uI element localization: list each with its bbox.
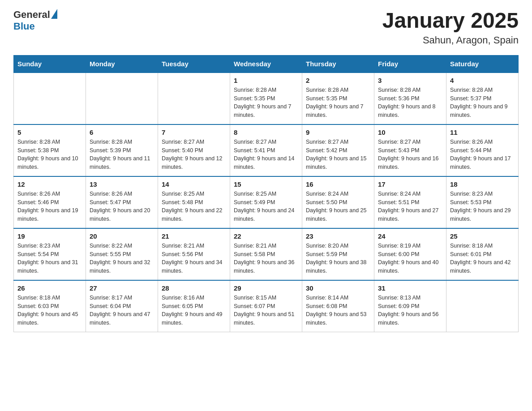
day-number: 17 (378, 180, 442, 188)
calendar-day-cell (158, 73, 230, 124)
day-info: Sunrise: 8:21 AM Sunset: 5:56 PM Dayligh… (162, 242, 226, 275)
calendar-day-cell: 11Sunrise: 8:26 AM Sunset: 5:44 PM Dayli… (446, 124, 519, 176)
logo-general-text: General (13, 9, 50, 21)
calendar-week-row: 5Sunrise: 8:28 AM Sunset: 5:38 PM Daylig… (14, 124, 519, 176)
day-number: 12 (17, 180, 82, 188)
calendar-day-cell: 23Sunrise: 8:20 AM Sunset: 5:59 PM Dayli… (302, 228, 374, 280)
day-info: Sunrise: 8:23 AM Sunset: 5:54 PM Dayligh… (17, 242, 82, 275)
header-saturday: Saturday (446, 55, 519, 73)
day-info: Sunrise: 8:25 AM Sunset: 5:49 PM Dayligh… (234, 190, 298, 223)
header-wednesday: Wednesday (230, 55, 302, 73)
day-number: 22 (234, 232, 298, 240)
header-thursday: Thursday (302, 55, 374, 73)
logo-triangle-icon (51, 9, 57, 19)
day-info: Sunrise: 8:14 AM Sunset: 6:08 PM Dayligh… (306, 294, 370, 327)
day-number: 5 (17, 128, 82, 136)
day-number: 9 (306, 128, 370, 136)
header-sunday: Sunday (14, 55, 86, 73)
calendar-day-cell: 15Sunrise: 8:25 AM Sunset: 5:49 PM Dayli… (230, 176, 302, 228)
page-header: General Blue January 2025 Sahun, Aragon,… (13, 9, 519, 46)
day-info: Sunrise: 8:28 AM Sunset: 5:35 PM Dayligh… (306, 86, 370, 120)
day-number: 13 (90, 180, 154, 188)
calendar-day-cell: 10Sunrise: 8:27 AM Sunset: 5:43 PM Dayli… (374, 124, 446, 176)
logo: General Blue (13, 9, 57, 32)
day-number: 29 (234, 284, 298, 292)
calendar-day-cell: 16Sunrise: 8:24 AM Sunset: 5:50 PM Dayli… (302, 176, 374, 228)
calendar-day-cell: 25Sunrise: 8:18 AM Sunset: 6:01 PM Dayli… (446, 228, 519, 280)
day-info: Sunrise: 8:27 AM Sunset: 5:43 PM Dayligh… (378, 138, 442, 171)
day-number: 26 (17, 284, 82, 292)
calendar-day-cell: 5Sunrise: 8:28 AM Sunset: 5:38 PM Daylig… (14, 124, 86, 176)
calendar-day-cell: 17Sunrise: 8:24 AM Sunset: 5:51 PM Dayli… (374, 176, 446, 228)
day-info: Sunrise: 8:28 AM Sunset: 5:36 PM Dayligh… (378, 86, 442, 120)
day-info: Sunrise: 8:13 AM Sunset: 6:09 PM Dayligh… (378, 294, 442, 327)
day-number: 11 (450, 128, 515, 136)
day-info: Sunrise: 8:27 AM Sunset: 5:42 PM Dayligh… (306, 138, 370, 171)
day-number: 23 (306, 232, 370, 240)
calendar-day-cell: 30Sunrise: 8:14 AM Sunset: 6:08 PM Dayli… (302, 280, 374, 332)
calendar-title: January 2025 (382, 9, 519, 33)
calendar-week-row: 19Sunrise: 8:23 AM Sunset: 5:54 PM Dayli… (14, 228, 519, 280)
day-info: Sunrise: 8:19 AM Sunset: 6:00 PM Dayligh… (378, 242, 442, 275)
calendar-day-cell: 28Sunrise: 8:16 AM Sunset: 6:05 PM Dayli… (158, 280, 230, 332)
header-monday: Monday (86, 55, 158, 73)
calendar-subtitle: Sahun, Aragon, Spain (382, 34, 519, 46)
calendar-week-row: 26Sunrise: 8:18 AM Sunset: 6:03 PM Dayli… (14, 280, 519, 332)
day-number: 14 (162, 180, 226, 188)
day-info: Sunrise: 8:22 AM Sunset: 5:55 PM Dayligh… (90, 242, 154, 275)
day-info: Sunrise: 8:24 AM Sunset: 5:50 PM Dayligh… (306, 190, 370, 223)
calendar-day-cell: 26Sunrise: 8:18 AM Sunset: 6:03 PM Dayli… (14, 280, 86, 332)
logo-blue-text: Blue (13, 21, 35, 32)
calendar-day-cell (14, 73, 86, 124)
calendar-day-cell: 7Sunrise: 8:27 AM Sunset: 5:40 PM Daylig… (158, 124, 230, 176)
day-number: 1 (234, 77, 298, 84)
day-number: 27 (90, 284, 154, 292)
calendar-day-cell: 20Sunrise: 8:22 AM Sunset: 5:55 PM Dayli… (86, 228, 158, 280)
weekday-header-row: Sunday Monday Tuesday Wednesday Thursday… (14, 55, 519, 73)
day-info: Sunrise: 8:27 AM Sunset: 5:40 PM Dayligh… (162, 138, 226, 171)
day-info: Sunrise: 8:26 AM Sunset: 5:44 PM Dayligh… (450, 138, 515, 171)
calendar-day-cell: 18Sunrise: 8:23 AM Sunset: 5:53 PM Dayli… (446, 176, 519, 228)
day-info: Sunrise: 8:28 AM Sunset: 5:39 PM Dayligh… (90, 138, 154, 171)
day-number: 3 (378, 77, 442, 84)
day-number: 31 (378, 284, 442, 292)
calendar-day-cell: 29Sunrise: 8:15 AM Sunset: 6:07 PM Dayli… (230, 280, 302, 332)
calendar-day-cell (446, 280, 519, 332)
day-number: 21 (162, 232, 226, 240)
day-info: Sunrise: 8:17 AM Sunset: 6:04 PM Dayligh… (90, 294, 154, 327)
day-number: 28 (162, 284, 226, 292)
day-number: 24 (378, 232, 442, 240)
calendar-day-cell: 22Sunrise: 8:21 AM Sunset: 5:58 PM Dayli… (230, 228, 302, 280)
calendar-day-cell: 4Sunrise: 8:28 AM Sunset: 5:37 PM Daylig… (446, 73, 519, 124)
calendar-day-cell: 8Sunrise: 8:27 AM Sunset: 5:41 PM Daylig… (230, 124, 302, 176)
day-info: Sunrise: 8:24 AM Sunset: 5:51 PM Dayligh… (378, 190, 442, 223)
calendar-day-cell: 6Sunrise: 8:28 AM Sunset: 5:39 PM Daylig… (86, 124, 158, 176)
calendar-day-cell: 27Sunrise: 8:17 AM Sunset: 6:04 PM Dayli… (86, 280, 158, 332)
day-info: Sunrise: 8:27 AM Sunset: 5:41 PM Dayligh… (234, 138, 298, 171)
day-info: Sunrise: 8:18 AM Sunset: 6:03 PM Dayligh… (17, 294, 82, 327)
day-number: 6 (90, 128, 154, 136)
calendar-day-cell: 13Sunrise: 8:26 AM Sunset: 5:47 PM Dayli… (86, 176, 158, 228)
day-info: Sunrise: 8:26 AM Sunset: 5:46 PM Dayligh… (17, 190, 82, 223)
calendar-week-row: 1Sunrise: 8:28 AM Sunset: 5:35 PM Daylig… (14, 73, 519, 124)
calendar-day-cell: 2Sunrise: 8:28 AM Sunset: 5:35 PM Daylig… (302, 73, 374, 124)
day-info: Sunrise: 8:28 AM Sunset: 5:38 PM Dayligh… (17, 138, 82, 171)
calendar-day-cell: 24Sunrise: 8:19 AM Sunset: 6:00 PM Dayli… (374, 228, 446, 280)
calendar-day-cell: 3Sunrise: 8:28 AM Sunset: 5:36 PM Daylig… (374, 73, 446, 124)
calendar-day-cell: 1Sunrise: 8:28 AM Sunset: 5:35 PM Daylig… (230, 73, 302, 124)
day-number: 20 (90, 232, 154, 240)
calendar-day-cell: 9Sunrise: 8:27 AM Sunset: 5:42 PM Daylig… (302, 124, 374, 176)
calendar-day-cell: 14Sunrise: 8:25 AM Sunset: 5:48 PM Dayli… (158, 176, 230, 228)
day-number: 19 (17, 232, 82, 240)
calendar-day-cell (86, 73, 158, 124)
day-number: 4 (450, 77, 515, 84)
day-number: 10 (378, 128, 442, 136)
day-info: Sunrise: 8:25 AM Sunset: 5:48 PM Dayligh… (162, 190, 226, 223)
day-number: 8 (234, 128, 298, 136)
day-number: 18 (450, 180, 515, 188)
title-block: January 2025 Sahun, Aragon, Spain (382, 9, 519, 46)
day-number: 25 (450, 232, 515, 240)
day-info: Sunrise: 8:21 AM Sunset: 5:58 PM Dayligh… (234, 242, 298, 275)
day-info: Sunrise: 8:26 AM Sunset: 5:47 PM Dayligh… (90, 190, 154, 223)
day-info: Sunrise: 8:16 AM Sunset: 6:05 PM Dayligh… (162, 294, 226, 327)
